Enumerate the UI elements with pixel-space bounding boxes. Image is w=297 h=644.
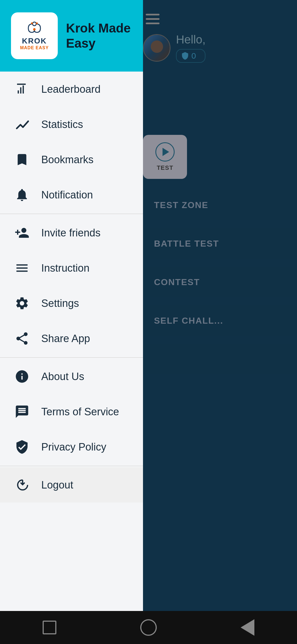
logout-label: Logout (41, 479, 73, 491)
bookmarks-label: Bookmarks (41, 154, 94, 166)
sidebar-item-instruction[interactable]: Instruction (0, 250, 143, 286)
about-us-label: About Us (41, 371, 84, 383)
notification-label: Notification (41, 189, 93, 201)
bookmarks-icon (14, 151, 30, 168)
sidebar-item-about-us[interactable]: About Us (0, 359, 143, 394)
logo-krok: KROK (22, 37, 47, 45)
app-logo: KROK MADE EASY (11, 12, 58, 59)
logo-made: MADE EASY (20, 45, 49, 50)
sidebar-drawer: KROK MADE EASY Krok Made Easy Leaderboar… (0, 0, 143, 644)
back-icon (241, 619, 254, 636)
sidebar-item-leaderboard[interactable]: Leaderboard (0, 72, 143, 107)
back-button[interactable] (237, 616, 258, 638)
recent-apps-button[interactable] (38, 616, 61, 638)
sidebar-item-invite-friends[interactable]: Invite friends (0, 215, 143, 250)
sidebar-item-share-app[interactable]: Share App (0, 321, 143, 356)
share-app-icon (14, 330, 30, 347)
recent-apps-icon (43, 621, 56, 634)
sidebar-header: KROK MADE EASY Krok Made Easy (0, 0, 143, 72)
sidebar-item-logout[interactable]: Logout (0, 467, 143, 503)
terms-icon (14, 403, 30, 420)
instruction-icon (14, 260, 30, 276)
menu-group: Leaderboard Statistics Bookmarks Notific… (0, 72, 143, 644)
sidebar-item-notification[interactable]: Notification (0, 177, 143, 212)
stethoscope-icon (25, 21, 44, 37)
settings-label: Settings (41, 298, 79, 309)
sidebar-item-settings[interactable]: Settings (0, 286, 143, 321)
statistics-icon (14, 116, 30, 133)
privacy-label: Privacy Policy (41, 441, 106, 453)
leaderboard-label: Leaderboard (41, 83, 101, 95)
app-name: Krok Made Easy (66, 21, 131, 51)
leaderboard-icon (14, 81, 30, 97)
divider-1 (0, 214, 143, 214)
divider-3 (0, 466, 143, 466)
home-icon (140, 619, 157, 636)
sidebar-item-statistics[interactable]: Statistics (0, 107, 143, 142)
invite-friends-label: Invite friends (41, 227, 100, 239)
svg-point-1 (33, 28, 36, 31)
divider-2 (0, 357, 143, 358)
sidebar-item-privacy[interactable]: Privacy Policy (0, 429, 143, 465)
bottom-navigation (0, 611, 297, 644)
about-us-icon (14, 368, 30, 385)
invite-friends-icon (14, 225, 30, 241)
settings-icon (14, 295, 30, 312)
instruction-label: Instruction (41, 262, 89, 274)
sidebar-item-terms[interactable]: Terms of Service (0, 394, 143, 429)
terms-label: Terms of Service (41, 406, 119, 418)
svg-point-3 (36, 22, 38, 24)
share-app-label: Share App (41, 333, 90, 345)
statistics-label: Statistics (41, 119, 83, 130)
notification-icon (14, 187, 30, 203)
privacy-icon (14, 439, 30, 455)
logout-icon (14, 477, 30, 493)
svg-point-2 (31, 22, 33, 24)
home-button[interactable] (138, 616, 160, 638)
svg-point-0 (32, 22, 36, 26)
sidebar-item-bookmarks[interactable]: Bookmarks (0, 142, 143, 177)
